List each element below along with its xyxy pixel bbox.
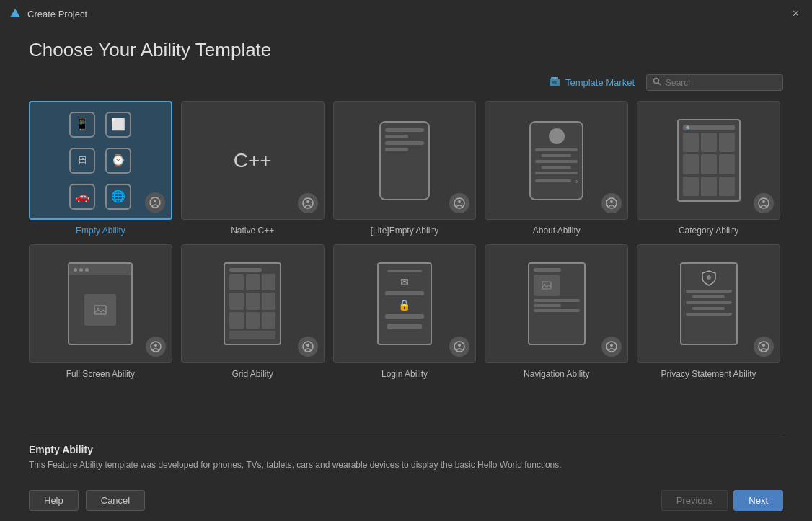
card-label-empty-ability: Empty Ability xyxy=(76,226,125,236)
card-label-grid: Grid Ability xyxy=(232,369,273,379)
dialog-body: Choose Your Ability Template Template Ma… xyxy=(0,25,812,484)
title-bar-left: Create Project xyxy=(9,7,87,20)
fullscreen-mockup xyxy=(68,262,133,345)
desc-text: This Feature Ability template was develo… xyxy=(29,458,783,471)
icell-6 xyxy=(262,293,275,309)
fs-dot2 xyxy=(79,268,83,272)
template-card-native-cpp[interactable]: C++ Native C++ xyxy=(181,101,325,236)
cat-grid xyxy=(683,133,735,196)
card-label-fullscreen: Full Screen Ability xyxy=(66,369,135,379)
svg-line-5 xyxy=(658,83,661,86)
card-label-category: Category Ability xyxy=(679,226,738,236)
card-thumb-empty-ability: 📱 ⬜ 🖥 ⌚ 🚗 🌐 xyxy=(29,101,172,220)
store-icon xyxy=(548,75,561,90)
footer: Help Cancel Previous Next xyxy=(0,484,812,521)
about-line4 xyxy=(542,166,571,169)
card-thumb-navigation xyxy=(485,244,628,363)
grid-mockup xyxy=(224,262,281,345)
icell-3 xyxy=(262,274,275,290)
cpp-label: C++ xyxy=(234,149,272,172)
template-card-login[interactable]: ✉ 🔒 Login Ability xyxy=(333,244,477,379)
card-label-native-cpp: Native C++ xyxy=(231,226,274,236)
badge-about xyxy=(601,193,622,213)
footer-right: Previous Next xyxy=(661,490,783,511)
cat-cell-4 xyxy=(683,154,699,174)
template-card-grid[interactable]: Grid Ability xyxy=(181,244,325,379)
card-label-privacy: Privacy Statement Ability xyxy=(661,369,756,379)
next-button[interactable]: Next xyxy=(733,490,783,511)
svg-point-17 xyxy=(97,307,100,309)
fs-dot3 xyxy=(85,268,89,272)
grid-topline xyxy=(229,268,262,272)
svg-rect-24 xyxy=(542,282,551,289)
app-icon xyxy=(9,7,22,20)
cancel-button[interactable]: Cancel xyxy=(86,490,145,511)
fs-dot1 xyxy=(74,268,77,272)
svg-point-9 xyxy=(306,200,309,203)
svg-rect-16 xyxy=(94,306,106,314)
category-mockup: 🔍 xyxy=(677,119,741,202)
svg-point-7 xyxy=(154,200,156,202)
card-thumb-category: 🔍 xyxy=(637,101,780,220)
login-field1 xyxy=(385,291,424,295)
icell-5 xyxy=(246,293,260,309)
nav-line3 xyxy=(534,309,580,312)
template-card-lite-empty[interactable]: [Lite]Empty Ability xyxy=(333,101,477,236)
close-button[interactable]: × xyxy=(788,6,803,22)
template-grid-area: 📱 ⬜ 🖥 ⌚ 🚗 🌐 Emp xyxy=(29,101,783,429)
nav-line1 xyxy=(534,299,580,302)
template-card-about[interactable]: › About Ability xyxy=(485,101,628,236)
fs-content xyxy=(69,275,131,344)
template-market-button[interactable]: Template Market xyxy=(548,75,635,90)
svg-point-28 xyxy=(707,275,711,280)
about-line6 xyxy=(535,179,571,182)
login-field2 xyxy=(385,314,424,319)
about-mockup: › xyxy=(529,121,583,200)
template-card-category[interactable]: 🔍 xyxy=(637,101,780,236)
phone-mockup-lite xyxy=(379,121,430,200)
cat-cell-3 xyxy=(719,133,735,152)
global-icon: 🌐 xyxy=(105,184,131,210)
cat-cell-7 xyxy=(683,177,699,196)
svg-point-11 xyxy=(458,200,461,203)
toolbar: Template Market xyxy=(29,74,783,91)
cat-cell-9 xyxy=(719,177,735,196)
help-button[interactable]: Help xyxy=(29,490,79,511)
cat-search-icon: 🔍 xyxy=(686,125,691,130)
car-icon: 🚗 xyxy=(69,184,95,210)
card-label-lite-empty: [Lite]Empty Ability xyxy=(371,226,439,236)
card-thumb-privacy xyxy=(637,244,780,363)
description-area: Empty Ability This Feature Ability templ… xyxy=(29,441,783,477)
svg-point-13 xyxy=(610,200,613,203)
svg-rect-2 xyxy=(551,77,558,79)
nav-image xyxy=(534,275,560,296)
about-line2 xyxy=(542,154,571,157)
search-input[interactable] xyxy=(666,78,777,88)
bar2 xyxy=(385,135,408,138)
privacy-line1 xyxy=(686,290,732,293)
template-card-empty-ability[interactable]: 📱 ⬜ 🖥 ⌚ 🚗 🌐 Emp xyxy=(29,101,172,236)
card-thumb-about: › xyxy=(485,101,628,220)
template-grid: 📱 ⬜ 🖥 ⌚ 🚗 🌐 Emp xyxy=(29,101,780,386)
previous-button[interactable]: Previous xyxy=(661,490,728,511)
desc-title: Empty Ability xyxy=(29,444,783,455)
template-market-label: Template Market xyxy=(565,77,635,88)
card-thumb-lite-empty xyxy=(333,101,477,220)
icell-2 xyxy=(246,274,260,290)
badge-empty xyxy=(145,192,165,213)
window-title: Create Project xyxy=(27,9,87,19)
privacy-line2 xyxy=(692,295,725,298)
template-card-privacy[interactable]: Privacy Statement Ability xyxy=(637,244,780,379)
privacy-line3 xyxy=(686,301,732,304)
login-btn-mock xyxy=(387,324,422,329)
template-card-fullscreen[interactable]: Full Screen Ability xyxy=(29,244,172,379)
watch-icon: ⌚ xyxy=(105,148,131,174)
fs-image xyxy=(84,294,116,326)
template-card-navigation[interactable]: Navigation Ability xyxy=(485,244,628,379)
svg-point-15 xyxy=(762,200,765,203)
inner-grid xyxy=(229,274,275,329)
badge-lite xyxy=(449,193,469,213)
empty-ability-icons: 📱 ⬜ 🖥 ⌚ 🚗 🌐 xyxy=(58,101,143,220)
badge-navigation xyxy=(601,337,622,357)
about-line1 xyxy=(535,148,578,151)
